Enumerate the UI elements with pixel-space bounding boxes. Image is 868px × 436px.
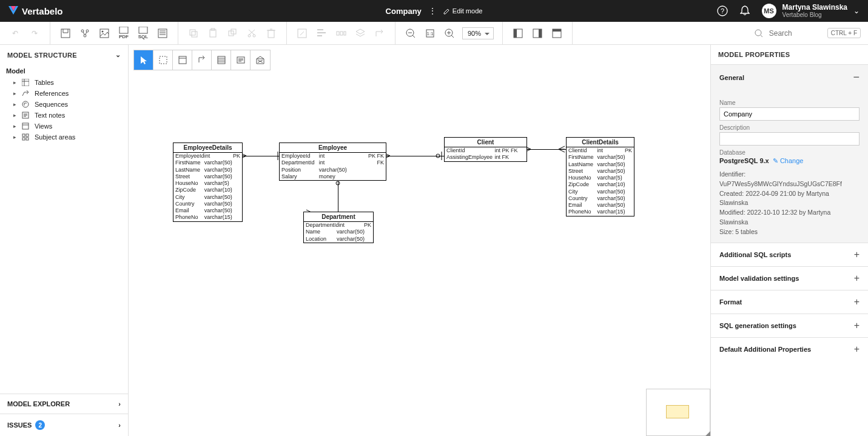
new-area-tool[interactable] xyxy=(251,50,270,70)
redo-icon[interactable]: ↷ xyxy=(28,27,41,40)
table-row: Streetvarchar(50) xyxy=(173,173,242,180)
table-row: Namevarchar(50) xyxy=(304,229,373,235)
svg-rect-40 xyxy=(22,123,29,129)
diagram-canvas[interactable]: EmployeeDetailsEmployeeIdintPKFirstNamev… xyxy=(129,45,710,436)
change-database-link[interactable]: Change xyxy=(780,157,804,164)
zoom-reset-icon[interactable]: 1:1 xyxy=(423,27,437,40)
model-explorer-toggle[interactable]: MODEL EXPLORER › xyxy=(0,394,128,414)
canvas-toolbar xyxy=(133,50,271,70)
section-default-props[interactable]: Default Additional Properties+ xyxy=(711,337,868,361)
view-icon xyxy=(21,122,30,130)
svg-rect-43 xyxy=(22,138,25,140)
tree-item-sequences[interactable]: ▸Sequences xyxy=(5,99,123,110)
edit-mode-toggle[interactable]: Edit mode xyxy=(443,7,483,15)
model-structure-header[interactable]: MODEL STRUCTURE ⌄ xyxy=(0,45,128,65)
svg-point-38 xyxy=(22,101,29,107)
table-row: Countryvarchar(50) xyxy=(173,201,242,207)
size-value: 5 tables xyxy=(735,228,758,235)
tree-item-subjectareas[interactable]: ▸Subject areas xyxy=(5,132,123,143)
section-sql-gen[interactable]: SQL generation settings+ xyxy=(711,314,868,337)
pencil-icon xyxy=(443,8,450,15)
section-validation[interactable]: Model validation settings+ xyxy=(711,266,868,290)
svg-point-49 xyxy=(436,154,440,158)
table-clientdetails[interactable]: ClientDetailsClientIdintPKFirstNamevarch… xyxy=(566,137,634,216)
bell-icon[interactable] xyxy=(740,5,750,16)
xml-export-icon[interactable] xyxy=(156,27,169,40)
brand-text: Vertabelo xyxy=(22,6,63,16)
expand-icon: + xyxy=(854,273,860,284)
image-export-icon[interactable] xyxy=(98,27,111,40)
table-title: Department xyxy=(304,212,373,222)
svg-point-9 xyxy=(102,30,104,32)
identifier-value: VuP7Wes5y8MWcGlYndsuJSgUGsC7E8Ff xyxy=(719,180,842,187)
expand-icon: + xyxy=(854,344,860,355)
table-row: HouseNovarchar(5) xyxy=(567,175,634,181)
panel-right-icon[interactable] xyxy=(531,27,544,40)
sql-export-icon[interactable]: SQL xyxy=(136,27,150,40)
svg-point-36 xyxy=(755,30,761,36)
new-note-tool[interactable] xyxy=(231,50,251,70)
svg-rect-15 xyxy=(210,30,216,37)
minimap[interactable] xyxy=(646,389,710,436)
table-employeedetails[interactable]: EmployeeDetailsEmployeeIdintPKFirstNamev… xyxy=(173,143,243,222)
model-name-input[interactable] xyxy=(719,107,860,121)
model-description-input[interactable] xyxy=(719,132,860,146)
svg-point-50 xyxy=(336,181,340,185)
svg-rect-11 xyxy=(139,27,147,33)
issues-toggle[interactable]: ISSUES2 › xyxy=(0,414,128,436)
general-section-header[interactable]: General − xyxy=(711,64,868,90)
table-row: Emailvarchar(50) xyxy=(567,202,634,209)
table-icon xyxy=(21,79,30,86)
zoom-in-icon[interactable] xyxy=(443,27,456,40)
new-reference-tool[interactable] xyxy=(192,50,212,70)
minimap-toggle-icon[interactable] xyxy=(550,27,564,40)
brand-logo[interactable]: Vertabelo xyxy=(8,6,63,16)
chevron-down-icon[interactable]: ⌄ xyxy=(115,51,121,59)
section-format[interactable]: Format+ xyxy=(711,290,868,314)
pdf-export-icon[interactable]: PDF xyxy=(117,27,130,40)
select-tool[interactable] xyxy=(134,50,153,70)
marquee-tool[interactable] xyxy=(153,50,173,70)
svg-point-19 xyxy=(248,35,251,37)
svg-rect-23 xyxy=(337,32,339,35)
table-row: EmployeeIdintPK xyxy=(173,153,242,159)
undo-icon[interactable]: ↶ xyxy=(8,27,22,40)
section-additional-sql[interactable]: Additional SQL scripts+ xyxy=(711,243,868,266)
table-title: ClientDetails xyxy=(567,138,634,147)
table-row: Countryvarchar(50) xyxy=(567,195,634,202)
tree-item-views[interactable]: ▸Views xyxy=(5,121,123,132)
delete-icon xyxy=(264,27,278,40)
panel-left-icon[interactable] xyxy=(511,27,525,40)
new-table-tool[interactable] xyxy=(173,50,192,70)
tree-root[interactable]: Model xyxy=(5,65,123,77)
share-icon[interactable] xyxy=(78,27,92,40)
svg-rect-37 xyxy=(22,79,29,86)
duplicate-icon xyxy=(226,27,239,40)
kebab-icon[interactable]: ⋮ xyxy=(429,7,436,15)
zoom-out-icon[interactable] xyxy=(404,27,417,40)
minimap-viewport[interactable] xyxy=(666,405,689,418)
table-client[interactable]: ClientClientIdint PK FKAssistingEmployee… xyxy=(444,137,527,162)
search-input[interactable] xyxy=(768,29,823,38)
svg-rect-10 xyxy=(119,27,128,33)
expand-icon: + xyxy=(854,320,860,331)
new-view-tool[interactable] xyxy=(212,50,231,70)
table-title: Client xyxy=(445,138,527,147)
cardinality-icon xyxy=(557,145,566,153)
tree-item-textnotes[interactable]: ▸Text notes xyxy=(5,110,123,121)
help-icon[interactable]: ? xyxy=(717,5,728,16)
right-panel: MODEL PROPERTIES General − Name Descript… xyxy=(710,45,868,436)
tree-item-references[interactable]: ▸References xyxy=(5,88,123,99)
search-box[interactable]: CTRL + F xyxy=(747,28,868,38)
save-icon[interactable] xyxy=(59,27,72,40)
copy-icon xyxy=(187,27,200,40)
tree-item-tables[interactable]: ▸Tables xyxy=(5,77,123,88)
svg-rect-44 xyxy=(26,138,29,140)
table-department[interactable]: DepartmentDepartmentIdintPKNamevarchar(5… xyxy=(303,212,374,243)
table-row: LastNamevarchar(50) xyxy=(567,161,634,168)
table-employee[interactable]: EmployeeEmployeeIdintPK FKDepartmentIdin… xyxy=(279,143,386,181)
table-row: PhoneNovarchar(15) xyxy=(173,214,242,221)
zoom-select[interactable]: 90% xyxy=(462,27,494,39)
user-menu[interactable]: MS Martyna Slawinska Vertabelo Blog ⌄ xyxy=(762,4,860,18)
svg-text:1:1: 1:1 xyxy=(426,31,434,36)
